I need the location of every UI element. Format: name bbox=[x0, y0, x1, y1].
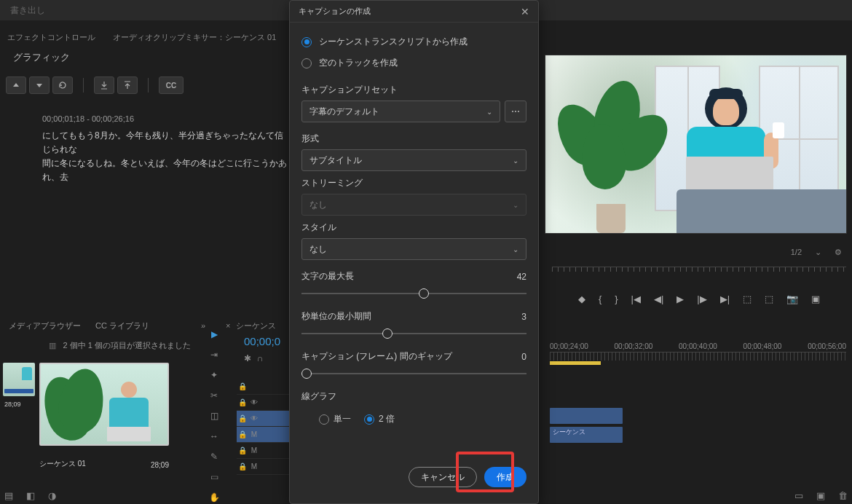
cc-button[interactable]: CC bbox=[159, 76, 184, 94]
go-to-in-icon[interactable]: |◀ bbox=[631, 294, 641, 304]
tab-audio-clip-mixer[interactable]: オーディオクリップミキサー：シーケンス 01 bbox=[113, 32, 276, 43]
zoom-level[interactable]: 1/2 bbox=[791, 248, 802, 256]
arrow-down-button[interactable] bbox=[29, 76, 50, 94]
export-frame-icon[interactable]: 📷 bbox=[786, 294, 798, 304]
add-marker-icon[interactable]: ◆ bbox=[578, 294, 585, 304]
line-graph-label: 線グラフ bbox=[301, 390, 526, 403]
sequence-thumbnail bbox=[39, 363, 169, 446]
merge-down-button[interactable] bbox=[94, 76, 114, 94]
track-header[interactable]: 🔒M bbox=[237, 459, 291, 475]
line-double-radio[interactable]: 2 倍 bbox=[364, 413, 395, 425]
cancel-button[interactable]: キャンセル bbox=[409, 467, 477, 487]
arrow-up-button[interactable] bbox=[6, 76, 26, 94]
ripple-tool-icon[interactable]: ✦ bbox=[210, 369, 218, 382]
tab-close-icon[interactable]: × bbox=[226, 321, 230, 330]
graphic-panel-tab[interactable]: グラフィック bbox=[0, 51, 218, 68]
settings-icon[interactable]: ⚙ bbox=[835, 248, 842, 257]
snap-icon[interactable]: ✱ bbox=[244, 353, 251, 363]
clip-thumbnail bbox=[3, 363, 35, 396]
style-select[interactable]: なし ⌄ bbox=[301, 238, 526, 260]
step-forward-icon[interactable]: |▶ bbox=[697, 294, 706, 304]
rate-stretch-tool-icon[interactable]: ✂ bbox=[210, 389, 218, 402]
segment-text-line: 間に冬になるしね。冬といえば、今年の冬はどこに行こうかあれ、去 bbox=[42, 157, 290, 184]
tab-effect-controls[interactable]: エフェクトコントロール bbox=[7, 32, 95, 43]
min-duration-slider[interactable] bbox=[301, 327, 526, 340]
timeline-tools: ▶ ⇥ ✦ ✂ ◫ ↔ ✎ ▭ ✋ T bbox=[205, 328, 223, 504]
magnet-icon[interactable]: ∩ bbox=[257, 353, 264, 363]
track-header[interactable]: 🔒👁 bbox=[237, 411, 291, 427]
chevron-down-icon[interactable]: ⌄ bbox=[815, 248, 821, 257]
gap-value[interactable]: 0 bbox=[521, 352, 526, 362]
chevron-down-icon: ⌄ bbox=[513, 245, 518, 253]
format-select[interactable]: サブタイトル ⌄ bbox=[301, 149, 526, 171]
tab-media-browser[interactable]: メディアブラウザー bbox=[9, 320, 81, 331]
track-header[interactable]: 🔒 bbox=[237, 379, 291, 395]
program-monitor[interactable] bbox=[545, 55, 847, 234]
workspace-label: 書き出し bbox=[10, 4, 45, 17]
merge-up-button[interactable] bbox=[117, 76, 138, 94]
gap-slider[interactable] bbox=[301, 367, 526, 380]
track-header[interactable]: 🔒M bbox=[237, 427, 291, 443]
preset-options-button[interactable]: ⋯ bbox=[505, 101, 526, 122]
ruler-tick: 00;00;32;00 bbox=[615, 342, 653, 350]
max-length-label: 文字の最大長 bbox=[301, 270, 354, 283]
create-button[interactable]: 作成 bbox=[484, 467, 526, 487]
dialog-footer: キャンセル 作成 bbox=[290, 457, 538, 503]
rectangle-tool-icon[interactable]: ▭ bbox=[210, 470, 218, 484]
close-icon[interactable]: ✕ bbox=[521, 6, 529, 17]
new-item-icon[interactable]: ▣ bbox=[816, 490, 825, 501]
format-label: 形式 bbox=[301, 133, 526, 145]
new-bin-icon[interactable]: ▭ bbox=[794, 490, 803, 501]
transcript-segment[interactable]: 00;00;01;18 - 00;00;26;16 にしてももう8月か。今年も残… bbox=[42, 113, 290, 184]
timeline-options: ✱ ∩ bbox=[244, 353, 264, 363]
radio-from-transcript[interactable]: シーケンストランスクリプトから作成 bbox=[301, 31, 526, 52]
project-status-bar: ▥ 2 個中 1 個の項目が選択されました bbox=[0, 336, 197, 354]
min-duration-value[interactable]: 3 bbox=[521, 312, 526, 322]
separator bbox=[83, 78, 84, 92]
tab-cc-library[interactable]: CC ライブラリ bbox=[95, 320, 149, 331]
trash-icon[interactable]: 🗑 bbox=[838, 490, 848, 501]
separator bbox=[148, 78, 149, 92]
chevron-down-icon: ⌄ bbox=[486, 108, 492, 116]
bin-icon[interactable]: ▥ bbox=[49, 341, 56, 350]
max-length-value[interactable]: 42 bbox=[517, 272, 526, 282]
radio-empty-track[interactable]: 空のトラックを作成 bbox=[301, 52, 526, 74]
line-single-radio[interactable]: 単一 bbox=[319, 413, 351, 425]
program-controls-bar: 1/2 ⌄ ⚙ bbox=[545, 243, 852, 261]
freeform-icon[interactable]: ◧ bbox=[26, 490, 35, 501]
razor-tool-icon[interactable]: ◫ bbox=[210, 409, 218, 422]
timeline-tab[interactable]: × シーケンス bbox=[226, 317, 299, 334]
ruler-tick: 00;00;24;00 bbox=[550, 342, 588, 350]
hand-tool-icon[interactable]: ✋ bbox=[209, 491, 220, 504]
lift-icon[interactable]: ⬚ bbox=[743, 294, 752, 304]
comparison-icon[interactable]: ▣ bbox=[811, 294, 820, 304]
bin-item[interactable]: 28;09 bbox=[3, 363, 35, 408]
timeline-timecode[interactable]: 00;00;0 bbox=[244, 335, 280, 347]
dialog-title: キャプションの作成 bbox=[299, 6, 371, 17]
sort-icon[interactable]: ◑ bbox=[48, 490, 56, 501]
program-time-ruler[interactable] bbox=[552, 267, 846, 278]
list-view-icon[interactable]: ▤ bbox=[4, 490, 13, 501]
bin-item-selected[interactable]: シーケンス 01 28;09 bbox=[39, 363, 169, 457]
video-clip[interactable] bbox=[550, 408, 623, 424]
mark-in-icon[interactable]: { bbox=[599, 294, 601, 304]
slip-tool-icon[interactable]: ↔ bbox=[210, 430, 218, 443]
refresh-button[interactable] bbox=[52, 76, 73, 94]
pen-tool-icon[interactable]: ✎ bbox=[210, 450, 218, 463]
chevron-down-icon: ⌄ bbox=[513, 157, 518, 165]
timeline-ruler[interactable]: 00;00;24;00 00;00;32;00 00;00;40;00 00;0… bbox=[550, 342, 846, 364]
play-icon[interactable]: ▶ bbox=[677, 294, 684, 304]
audio-clip[interactable]: シーケンス bbox=[550, 427, 623, 443]
mark-out-icon[interactable]: } bbox=[615, 294, 618, 304]
step-back-icon[interactable]: ◀| bbox=[654, 294, 663, 304]
preset-select[interactable]: 字幕のデフォルト ⌄ bbox=[301, 101, 500, 122]
track-header[interactable]: 🔒M bbox=[237, 443, 291, 459]
radio-icon bbox=[301, 58, 312, 68]
extract-icon[interactable]: ⬚ bbox=[765, 294, 773, 304]
selection-tool-icon[interactable]: ▶ bbox=[211, 328, 218, 341]
max-length-slider[interactable] bbox=[301, 287, 526, 300]
track-header[interactable]: 🔒👁 bbox=[237, 395, 291, 411]
go-to-out-icon[interactable]: ▶| bbox=[720, 294, 730, 304]
create-captions-dialog: キャプションの作成 ✕ シーケンストランスクリプトから作成 空のトラックを作成 … bbox=[289, 0, 539, 504]
track-select-tool-icon[interactable]: ⇥ bbox=[210, 348, 218, 361]
